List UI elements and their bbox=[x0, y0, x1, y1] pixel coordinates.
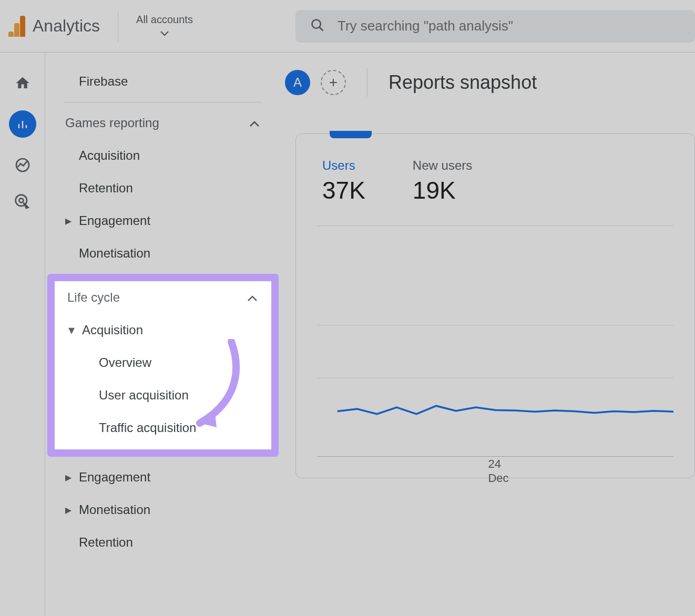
metric-new-users[interactable]: New users 19K bbox=[413, 158, 472, 204]
sidebar-item-lc-engagement[interactable]: ▸ Engagement bbox=[45, 461, 281, 494]
reports-icon[interactable] bbox=[9, 110, 36, 138]
x-axis bbox=[317, 456, 673, 457]
sidebar-item-lc-acquisition[interactable]: ▾ Acquisition bbox=[55, 314, 271, 346]
x-axis-tick: 24Dec bbox=[488, 457, 508, 485]
home-icon[interactable] bbox=[13, 74, 32, 93]
nav-rail bbox=[0, 53, 45, 616]
caret-right-icon: ▸ bbox=[63, 502, 74, 517]
sidebar-item-lc-monetisation[interactable]: ▸ Monetisation bbox=[45, 494, 281, 526]
add-comparison-button[interactable]: + bbox=[321, 70, 346, 95]
line-chart-svg bbox=[317, 225, 673, 457]
svg-point-6 bbox=[19, 198, 23, 202]
chevron-up-icon bbox=[247, 290, 258, 305]
section-life-cycle[interactable]: Life cycle bbox=[55, 281, 271, 314]
users-chart: 24Dec bbox=[317, 225, 673, 457]
page-title: Reports snapshot bbox=[389, 71, 537, 94]
avatar[interactable]: A bbox=[285, 70, 310, 95]
section-games-reporting[interactable]: Games reporting bbox=[45, 107, 281, 139]
sidebar-item-acquisition[interactable]: Acquisition bbox=[45, 139, 281, 172]
analytics-logo-icon bbox=[8, 16, 25, 37]
product-logo[interactable]: Analytics bbox=[6, 16, 100, 37]
metric-users[interactable]: Users 37K bbox=[322, 158, 365, 204]
account-label: All accounts bbox=[136, 14, 193, 26]
search-icon bbox=[310, 18, 325, 35]
sidebar-item-firebase[interactable]: Firebase bbox=[45, 65, 281, 98]
search-input[interactable] bbox=[338, 18, 680, 34]
caret-right-icon: ▸ bbox=[63, 470, 74, 485]
caret-down-icon: ▾ bbox=[66, 323, 77, 337]
sidebar-item-engagement[interactable]: ▸ Engagement bbox=[45, 204, 281, 237]
metric-label: New users bbox=[413, 158, 472, 173]
caret-down-icon bbox=[160, 27, 169, 39]
sidebar-item-lc-retention[interactable]: Retention bbox=[45, 526, 281, 559]
sidebar-item-overview[interactable]: Overview bbox=[55, 346, 271, 379]
sidebar-item-user-acquisition[interactable]: User acquisition bbox=[55, 379, 271, 412]
caret-right-icon: ▸ bbox=[63, 213, 74, 228]
side-navigation: Firebase Games reporting Acquisition Ret… bbox=[45, 53, 281, 616]
sidebar-item-traffic-acquisition[interactable]: Traffic acquisition bbox=[55, 412, 271, 444]
plus-icon: + bbox=[329, 74, 338, 91]
explore-icon[interactable] bbox=[13, 156, 32, 174]
chevron-up-icon bbox=[249, 116, 260, 130]
main-content: A + Reports snapshot Users 37K New users… bbox=[281, 53, 695, 616]
divider bbox=[64, 102, 262, 102]
active-tab-indicator bbox=[330, 131, 372, 138]
product-name: Analytics bbox=[33, 16, 100, 36]
search-bar[interactable] bbox=[295, 10, 695, 43]
metric-label: Users bbox=[322, 158, 365, 173]
svg-line-1 bbox=[320, 27, 323, 30]
app-header: Analytics All accounts bbox=[0, 0, 695, 53]
header-divider bbox=[118, 11, 118, 42]
snapshot-card: Users 37K New users 19K 24Dec bbox=[295, 134, 695, 478]
sidebar-item-retention[interactable]: Retention bbox=[45, 172, 281, 204]
metric-value: 37K bbox=[322, 176, 365, 204]
metric-value: 19K bbox=[413, 176, 472, 204]
account-picker[interactable]: All accounts bbox=[136, 14, 193, 39]
divider bbox=[367, 68, 367, 97]
highlight-life-cycle: Life cycle ▾ Acquisition Overview User a… bbox=[47, 274, 279, 457]
advertising-icon[interactable] bbox=[13, 192, 32, 211]
sidebar-item-monetisation[interactable]: Monetisation bbox=[45, 237, 281, 270]
svg-point-0 bbox=[312, 19, 321, 28]
